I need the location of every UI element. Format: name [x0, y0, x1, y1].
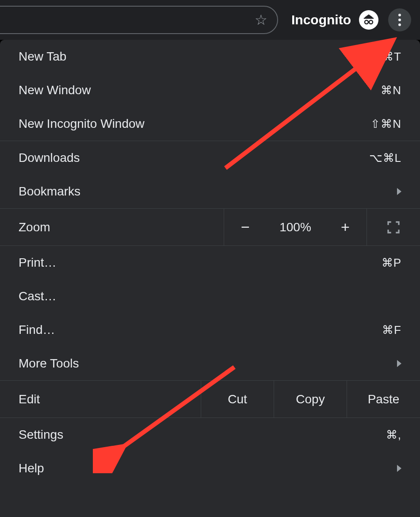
- menu-item-label: Print…: [19, 256, 57, 270]
- menu-downloads[interactable]: Downloads ⌥⌘L: [0, 141, 420, 175]
- menu-settings[interactable]: Settings ⌘,: [0, 418, 420, 452]
- menu-item-shortcut: ⌘P: [382, 256, 401, 270]
- more-menu-button[interactable]: [388, 8, 411, 31]
- menu-edit-row: Edit Cut Copy Paste: [0, 381, 420, 418]
- menu-group-settings: Settings ⌘, Help: [0, 418, 420, 485]
- menu-item-shortcut: ⌘T: [382, 50, 401, 64]
- menu-item-label: Downloads: [19, 151, 80, 165]
- menu-item-label: Help: [19, 461, 44, 475]
- menu-item-label: New Tab: [19, 50, 66, 64]
- menu-group-library: Downloads ⌥⌘L Bookmarks: [0, 141, 420, 209]
- menu-item-shortcut: ⇧⌘N: [370, 117, 401, 131]
- edit-paste-button[interactable]: Paste: [347, 381, 420, 417]
- menu-item-label: Settings: [19, 428, 63, 442]
- incognito-icon[interactable]: [359, 10, 378, 30]
- menu-find[interactable]: Find… ⌘F: [0, 313, 420, 347]
- chrome-menu: New Tab ⌘T New Window ⌘N New Incognito W…: [0, 40, 420, 517]
- chevron-right-icon: [397, 188, 401, 195]
- menu-help[interactable]: Help: [0, 452, 420, 485]
- menu-bookmarks[interactable]: Bookmarks: [0, 175, 420, 208]
- browser-topbar: ☆ Incognito: [0, 0, 420, 40]
- menu-item-label: Find…: [19, 323, 55, 337]
- zoom-in-button[interactable]: +: [324, 209, 367, 245]
- zoom-out-button[interactable]: −: [224, 209, 267, 245]
- edit-copy-button[interactable]: Copy: [274, 381, 347, 417]
- menu-group-windows: New Tab ⌘T New Window ⌘N New Incognito W…: [0, 40, 420, 141]
- menu-more-tools[interactable]: More Tools: [0, 347, 420, 380]
- menu-new-tab[interactable]: New Tab ⌘T: [0, 40, 420, 73]
- menu-item-shortcut: ⌥⌘L: [369, 151, 401, 165]
- menu-cast[interactable]: Cast…: [0, 280, 420, 313]
- svg-point-1: [365, 20, 368, 24]
- menu-group-tools: Print… ⌘P Cast… Find… ⌘F More Tools: [0, 246, 420, 381]
- menu-item-label: Bookmarks: [19, 184, 80, 199]
- menu-print[interactable]: Print… ⌘P: [0, 246, 420, 280]
- address-bar[interactable]: ☆: [0, 6, 278, 34]
- bookmark-star-icon[interactable]: ☆: [255, 11, 267, 28]
- menu-edit-label: Edit: [0, 381, 201, 417]
- menu-item-shortcut: ⌘,: [386, 428, 401, 442]
- svg-point-2: [369, 20, 373, 24]
- menu-zoom-label: Zoom: [0, 209, 224, 245]
- menu-new-incognito-window[interactable]: New Incognito Window ⇧⌘N: [0, 107, 420, 141]
- edit-cut-button[interactable]: Cut: [201, 381, 274, 417]
- menu-zoom-row: Zoom − 100% +: [0, 209, 420, 246]
- menu-item-label: New Incognito Window: [19, 117, 145, 131]
- menu-new-window[interactable]: New Window ⌘N: [0, 73, 420, 107]
- menu-item-label: Cast…: [19, 289, 57, 303]
- svg-rect-0: [364, 18, 374, 19]
- chevron-right-icon: [397, 465, 401, 472]
- menu-item-label: New Window: [19, 83, 91, 97]
- menu-item-shortcut: ⌘F: [382, 323, 401, 337]
- menu-item-label: More Tools: [19, 356, 79, 371]
- chevron-right-icon: [397, 360, 401, 367]
- fullscreen-button[interactable]: [367, 209, 420, 245]
- zoom-value: 100%: [267, 209, 324, 245]
- zoom-controls: − 100% +: [224, 209, 367, 245]
- menu-item-shortcut: ⌘N: [381, 84, 401, 97]
- incognito-label: Incognito: [291, 12, 351, 27]
